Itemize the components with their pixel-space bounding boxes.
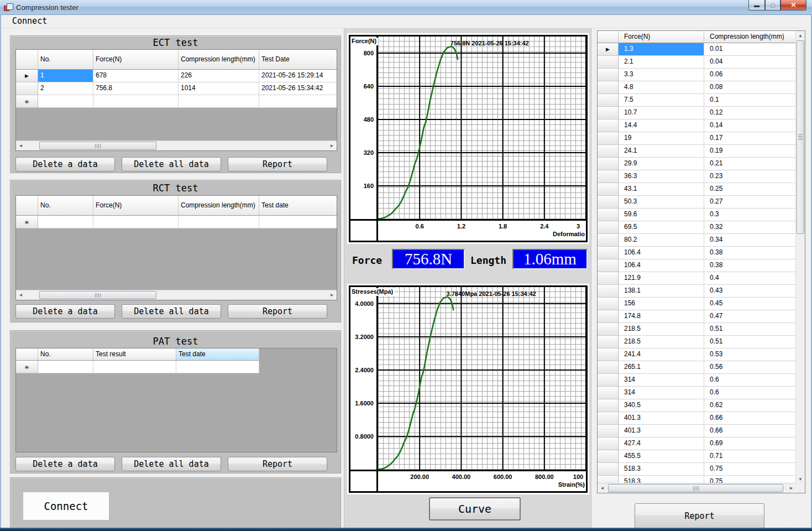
grid-cell[interactable]: 106.4: [619, 259, 704, 272]
scroll-thumb[interactable]: [39, 291, 156, 299]
scroll-right-arrow-icon[interactable]: ►: [327, 141, 337, 150]
grid-cell[interactable]: 265.1: [619, 361, 704, 374]
row-selector[interactable]: [598, 56, 619, 69]
grid-corner-cell[interactable]: [16, 50, 38, 70]
grid-cell[interactable]: 0.4: [704, 272, 797, 285]
grid-cell[interactable]: 314: [619, 374, 704, 387]
row-selector[interactable]: [598, 94, 619, 107]
column-header[interactable]: No.: [38, 196, 93, 216]
grid-cell[interactable]: 2.1: [619, 56, 704, 69]
row-selector[interactable]: [598, 374, 619, 387]
row-selector[interactable]: [598, 272, 619, 285]
row-selector[interactable]: [598, 132, 619, 145]
grid-cell[interactable]: 0.17: [704, 132, 797, 145]
grid-cell[interactable]: 0.06: [704, 69, 797, 81]
row-selector[interactable]: [598, 361, 619, 374]
ect-horizontal-scrollbar[interactable]: ◄►: [16, 140, 337, 150]
scroll-left-arrow-icon[interactable]: ◄: [598, 483, 607, 493]
connect-button[interactable]: Connect: [23, 492, 109, 520]
column-header[interactable]: No.: [38, 348, 93, 361]
grid-cell[interactable]: 0.6: [704, 387, 797, 399]
grid-cell[interactable]: 0.3: [704, 209, 797, 221]
row-selector[interactable]: [598, 247, 619, 259]
row-selector[interactable]: [598, 285, 619, 298]
grid-cell[interactable]: 0.19: [704, 145, 797, 158]
scroll-thumb[interactable]: [797, 40, 804, 234]
column-header[interactable]: Test Date: [259, 50, 337, 70]
rct-delete-all-data-button[interactable]: Delete all data: [122, 304, 221, 319]
row-selector[interactable]: [598, 399, 619, 412]
grid-cell[interactable]: 121.9: [619, 272, 704, 285]
row-selector[interactable]: [598, 158, 619, 170]
grid-cell[interactable]: 678: [93, 70, 179, 82]
grid-cell[interactable]: 4.8: [619, 81, 704, 94]
scroll-thumb[interactable]: [608, 484, 783, 492]
grid-cell[interactable]: [259, 95, 337, 108]
pat-delete-a-data-button[interactable]: Delete a data: [15, 457, 115, 471]
grid-cell[interactable]: 0.75: [704, 463, 797, 476]
close-button[interactable]: ✕: [780, 0, 806, 11]
scroll-right-arrow-icon[interactable]: ►: [787, 483, 796, 493]
report-button[interactable]: Report: [635, 503, 764, 528]
grid-cell[interactable]: 756.8: [93, 82, 179, 95]
row-selector[interactable]: *: [16, 216, 38, 228]
grid-cell[interactable]: 1.3: [619, 43, 704, 56]
force-length-table[interactable]: Force(N)Compression length(mm)▶1.30.012.…: [597, 30, 805, 493]
grid-cell[interactable]: 0.56: [704, 361, 797, 374]
grid-cell[interactable]: 241.4: [619, 348, 704, 361]
grid-cell[interactable]: 1: [38, 70, 93, 82]
rct-report-button[interactable]: Report: [228, 304, 327, 319]
table-vertical-scrollbar[interactable]: ▲▼: [795, 31, 805, 483]
row-selector[interactable]: [598, 463, 619, 476]
grid-cell[interactable]: 340.5: [619, 399, 704, 412]
grid-cell[interactable]: [38, 361, 93, 373]
row-selector[interactable]: [598, 450, 619, 463]
grid-cell[interactable]: 401.3: [619, 412, 704, 425]
row-selector[interactable]: [598, 348, 619, 361]
grid-cell[interactable]: 0.12: [704, 107, 797, 119]
grid-cell[interactable]: 14.4: [619, 119, 704, 132]
row-selector[interactable]: [598, 438, 619, 450]
rct-delete-a-data-button[interactable]: Delete a data: [15, 304, 115, 319]
pat-delete-all-data-button[interactable]: Delete all data: [122, 457, 221, 471]
column-header[interactable]: Test date: [259, 196, 337, 216]
scroll-thumb[interactable]: [39, 142, 156, 150]
column-header[interactable]: Test date: [176, 348, 259, 361]
grid-cell[interactable]: 314: [619, 387, 704, 399]
grid-cell[interactable]: 518.3: [619, 463, 704, 476]
grid-corner-cell[interactable]: [16, 196, 38, 216]
row-selector[interactable]: [598, 310, 619, 323]
column-header[interactable]: Force(N): [93, 50, 179, 70]
grid-cell[interactable]: 427.4: [619, 438, 704, 450]
grid-cell[interactable]: 0.47: [704, 310, 797, 323]
grid-cell[interactable]: 226: [179, 70, 259, 82]
row-selector[interactable]: [598, 336, 619, 348]
minimize-button[interactable]: ▬: [748, 0, 765, 11]
grid-cell[interactable]: 2021-05-26 15:29:14: [259, 70, 337, 82]
grid-corner-cell[interactable]: [16, 348, 38, 361]
grid-cell[interactable]: 218.5: [619, 336, 704, 348]
row-selector[interactable]: [598, 234, 619, 247]
grid-cell[interactable]: 19: [619, 132, 704, 145]
grid-cell[interactable]: 0.32: [704, 221, 797, 234]
grid-cell[interactable]: 0.01: [704, 43, 797, 56]
ect-delete-all-data-button[interactable]: Delete all data: [122, 157, 221, 171]
grid-cell[interactable]: 50.3: [619, 196, 704, 209]
grid-cell[interactable]: 0.1: [704, 94, 797, 107]
row-selector[interactable]: [598, 209, 619, 221]
grid-cell[interactable]: [38, 216, 93, 228]
grid-cell[interactable]: 0.6: [704, 374, 797, 387]
ect-report-button[interactable]: Report: [228, 157, 327, 171]
row-selector[interactable]: [16, 82, 38, 95]
grid-cell[interactable]: 3.3: [619, 69, 704, 81]
grid-cell[interactable]: 0.38: [704, 247, 797, 259]
row-selector[interactable]: [598, 387, 619, 399]
grid-cell[interactable]: 0.27: [704, 196, 797, 209]
row-selector[interactable]: ▶: [598, 43, 619, 56]
scroll-track[interactable]: [25, 290, 327, 300]
pat-data-grid[interactable]: No.Test resultTest date*: [15, 348, 337, 452]
row-selector[interactable]: [598, 259, 619, 272]
grid-cell[interactable]: 0.71: [704, 450, 797, 463]
grid-cell[interactable]: 0.45: [704, 298, 797, 310]
menu-item-connect[interactable]: Connect: [7, 14, 52, 26]
